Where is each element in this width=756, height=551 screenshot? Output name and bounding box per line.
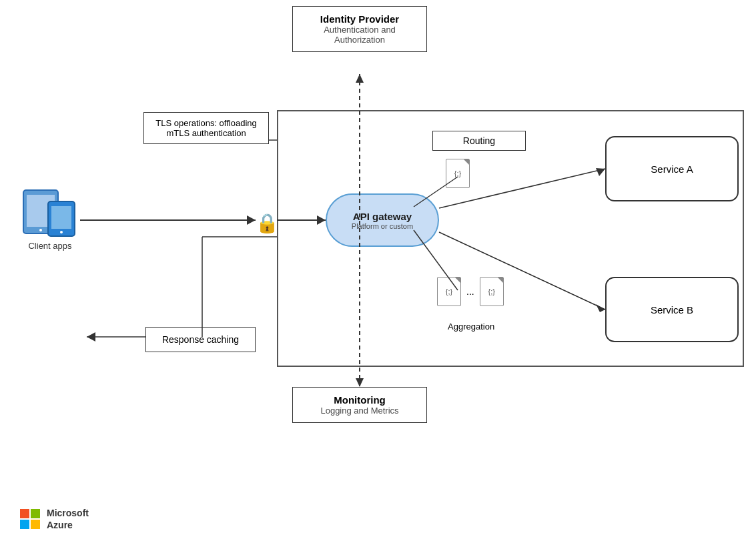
svg-point-5 [60,231,63,233]
client-apps-icon [20,187,80,237]
identity-subtitle: Authentication and Authorization [298,25,421,45]
routing-doc-icons: {;} [446,159,470,188]
monitoring-title: Monitoring [298,394,421,406]
aggregation-doc-icons: {;} ... {;} [437,277,504,306]
svg-marker-7 [356,74,364,83]
svg-marker-22 [87,332,95,342]
client-apps: Client apps [20,187,80,251]
api-gateway-title: API gateway [353,211,412,222]
tls-box: TLS operations: offloading mTLS authenti… [143,112,269,144]
monitoring-box: Monitoring Logging and Metrics [292,387,427,423]
service-a-label: Service A [651,163,693,175]
response-caching-box: Response caching [145,327,256,352]
service-b-box: Service B [605,277,739,342]
api-gateway-subtitle: Platform or custom [352,222,413,230]
routing-doc-icon: {;} [446,159,470,188]
routing-label: Routing [463,135,495,146]
service-b-label: Service B [651,304,693,316]
svg-marker-10 [247,215,256,225]
azure-sq-red [20,509,29,518]
client-apps-label: Client apps [28,241,71,251]
aggregation-label-text: Aggregation [448,322,494,332]
identity-provider-box: Identity Provider Authentication and Aut… [292,6,427,52]
ellipsis: ... [465,277,476,306]
tls-label: TLS operations: offloading mTLS authenti… [155,118,257,138]
diagram-container: Identity Provider Authentication and Aut… [0,0,756,551]
agg-doc-icon-1: {;} [437,277,461,306]
svg-rect-4 [51,206,71,229]
api-gateway: API gateway Platform or custom [326,193,439,247]
azure-sq-green [31,509,40,518]
svg-marker-8 [356,378,364,387]
svg-point-2 [39,229,42,231]
monitoring-subtitle: Logging and Metrics [298,406,421,416]
aggregation-text: Aggregation [448,322,494,332]
response-caching-label: Response caching [162,334,239,345]
azure-sq-yellow [31,520,40,529]
service-a-box: Service A [605,136,739,201]
routing-box: Routing [432,131,526,151]
agg-doc-icon-2: {;} [480,277,504,306]
azure-squares [20,509,40,529]
azure-line1: Microsoft [47,507,89,519]
identity-title: Identity Provider [298,13,421,25]
lock-icon: 🔒 [256,212,279,234]
azure-logo: Microsoft Azure [20,507,89,531]
azure-line2: Azure [47,519,89,531]
azure-text: Microsoft Azure [47,507,89,531]
azure-sq-blue [20,520,29,529]
